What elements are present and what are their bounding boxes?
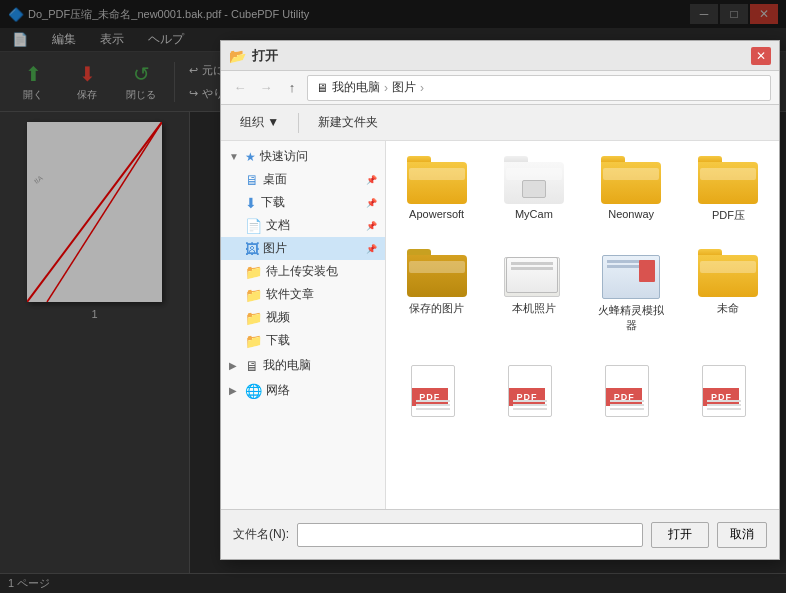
dialog-title-bar: 📂 打开 ✕ [221, 41, 779, 71]
neonway-folder-icon [601, 156, 661, 204]
folder-local-photos[interactable]: 本机照片 [491, 242, 576, 340]
sidebar-item-articles[interactable]: 📁 软件文章 [221, 283, 385, 306]
pdf-file-3[interactable]: PDF [589, 352, 674, 424]
videos-label: 视频 [266, 309, 290, 326]
downloads2-label: 下载 [266, 332, 290, 349]
sidebar-item-downloads2[interactable]: 📁 下载 [221, 329, 385, 352]
downloads-icon: ⬇ [245, 195, 257, 211]
address-bar: ← → ↑ 🖥 我的电脑 › 图片 › [221, 71, 779, 105]
up-button[interactable]: ↑ [281, 77, 303, 99]
beemulator-label: 火蜂精灵模拟器 [594, 303, 669, 333]
pdf-folder-icon [698, 156, 758, 204]
filename-label: 文件名(N): [233, 526, 289, 543]
articles-label: 软件文章 [266, 286, 314, 303]
addr-computer-icon: 🖥 [316, 81, 328, 95]
pin-icon-downloads: 📌 [366, 198, 377, 208]
open-dialog-button[interactable]: 打开 [651, 522, 709, 548]
local-photos-label: 本机照片 [512, 301, 556, 316]
dialog-body: ▼ ★ 快速访问 🖥 桌面 📌 ⬇ 下载 📌 [221, 141, 779, 509]
downloads-label: 下载 [261, 194, 285, 211]
my-computer-icon: 🖥 [245, 358, 259, 374]
network-header[interactable]: ▶ 🌐 网络 [221, 379, 385, 402]
pdf-file-1[interactable]: PDF [394, 352, 479, 424]
articles-folder-icon: 📁 [245, 287, 262, 303]
apowersoft-folder-icon [407, 156, 467, 204]
network-label: 网络 [266, 382, 290, 399]
documents-icon: 📄 [245, 218, 262, 234]
sidebar-item-pictures[interactable]: 🖼 图片 📌 [221, 237, 385, 260]
pdf-file-icon-3: PDF [605, 359, 657, 417]
dialog-overlay: 📂 打开 ✕ ← → ↑ 🖥 我的电脑 › 图片 › 组织 ▼ 新建文件夹 [0, 0, 786, 593]
back-button[interactable]: ← [229, 77, 251, 99]
toolbar-sep [298, 113, 299, 133]
my-computer-header[interactable]: ▶ 🖥 我的电脑 [221, 354, 385, 377]
forward-button[interactable]: → [255, 77, 277, 99]
organize-button[interactable]: 组织 ▼ [229, 110, 290, 135]
unnamed-folder-icon [698, 249, 758, 297]
pdf-folder-label: PDF压 [712, 208, 745, 223]
folder-pdf[interactable]: PDF压 [686, 149, 771, 230]
neonway-label: Neonway [608, 208, 654, 220]
dialog-footer: 文件名(N): 打开 取消 [221, 509, 779, 559]
downloads2-folder-icon: 📁 [245, 333, 262, 349]
desktop-icon: 🖥 [245, 172, 259, 188]
pdf-file-icon-4: PDF [702, 359, 754, 417]
dialog-sidebar: ▼ ★ 快速访问 🖥 桌面 📌 ⬇ 下载 📌 [221, 141, 386, 509]
my-computer-label: 我的电脑 [263, 357, 311, 374]
desktop-label: 桌面 [263, 171, 287, 188]
upload-folder-icon: 📁 [245, 264, 262, 280]
files-grid-container: Apowersoft MyCam [394, 149, 771, 424]
pictures-label: 图片 [263, 240, 287, 257]
pictures-icon: 🖼 [245, 241, 259, 257]
mycam-folder-icon [504, 156, 564, 204]
sidebar-item-upload[interactable]: 📁 待上传安装包 [221, 260, 385, 283]
addr-part-computer: 我的电脑 [332, 79, 380, 96]
sidebar-item-desktop[interactable]: 🖥 桌面 📌 [221, 168, 385, 191]
folder-beemulator[interactable]: 火蜂精灵模拟器 [589, 242, 674, 340]
sidebar-item-documents[interactable]: 📄 文档 📌 [221, 214, 385, 237]
quick-access-label: 快速访问 [260, 148, 308, 165]
upload-label: 待上传安装包 [266, 263, 338, 280]
file-dialog: 📂 打开 ✕ ← → ↑ 🖥 我的电脑 › 图片 › 组织 ▼ 新建文件夹 [220, 40, 780, 560]
documents-label: 文档 [266, 217, 290, 234]
my-computer-section: ▶ 🖥 我的电脑 [221, 354, 385, 377]
pdf-file-4[interactable]: PDF [686, 352, 771, 424]
local-photos-icon [504, 249, 564, 297]
pdf-file-icon-1: PDF [411, 359, 463, 417]
sidebar-item-downloads[interactable]: ⬇ 下载 📌 [221, 191, 385, 214]
saved-photos-icon [407, 249, 467, 297]
filename-input[interactable] [297, 523, 643, 547]
folder-mycam[interactable]: MyCam [491, 149, 576, 230]
folder-neonway[interactable]: Neonway [589, 149, 674, 230]
pin-icon-documents: 📌 [366, 221, 377, 231]
folder-apowersoft[interactable]: Apowersoft [394, 149, 479, 230]
pin-icon-pictures: 📌 [366, 244, 377, 254]
videos-folder-icon: 📁 [245, 310, 262, 326]
dialog-title: 打开 [252, 47, 745, 65]
folder-unnamed[interactable]: 未命 [686, 242, 771, 340]
dialog-icon: 📂 [229, 48, 246, 64]
my-computer-expand: ▶ [229, 360, 241, 371]
unnamed-label: 未命 [717, 301, 739, 316]
beemulator-icon [600, 249, 662, 299]
pdf-file-icon-2: PDF [508, 359, 560, 417]
sidebar-item-videos[interactable]: 📁 视频 [221, 306, 385, 329]
dialog-toolbar: 组织 ▼ 新建文件夹 [221, 105, 779, 141]
new-folder-button[interactable]: 新建文件夹 [307, 110, 389, 135]
mycam-label: MyCam [515, 208, 553, 220]
quick-access-section: ▼ ★ 快速访问 🖥 桌面 📌 ⬇ 下载 📌 [221, 145, 385, 352]
quick-access-header[interactable]: ▼ ★ 快速访问 [221, 145, 385, 168]
expand-icon: ▼ [229, 151, 241, 162]
file-grid: Apowersoft MyCam [386, 141, 779, 509]
dialog-close-button[interactable]: ✕ [751, 47, 771, 65]
network-section: ▶ 🌐 网络 [221, 379, 385, 402]
network-expand: ▶ [229, 385, 241, 396]
addr-part-pictures: 图片 [392, 79, 416, 96]
pdf-file-2[interactable]: PDF [491, 352, 576, 424]
folder-saved-photos[interactable]: 保存的图片 [394, 242, 479, 340]
saved-photos-label: 保存的图片 [409, 301, 464, 316]
apowersoft-label: Apowersoft [409, 208, 464, 220]
cancel-dialog-button[interactable]: 取消 [717, 522, 767, 548]
pin-icon-desktop: 📌 [366, 175, 377, 185]
network-icon: 🌐 [245, 383, 262, 399]
